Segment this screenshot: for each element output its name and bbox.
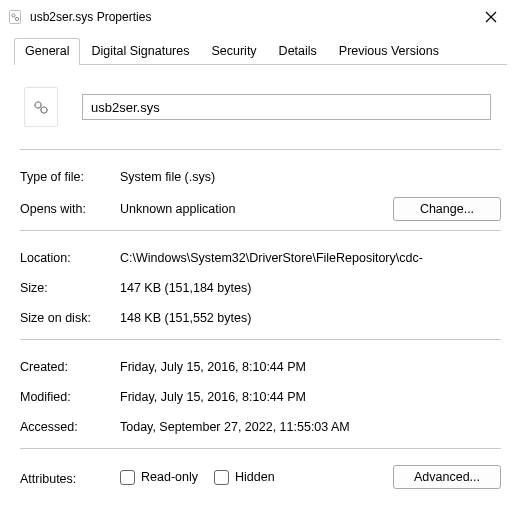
- modified-label: Modified:: [20, 390, 120, 404]
- svg-point-3: [35, 102, 41, 108]
- created-value: Friday, July 15, 2016, 8:10:44 PM: [120, 360, 501, 374]
- tab-label: Previous Versions: [339, 44, 439, 58]
- readonly-checkbox[interactable]: Read-only: [120, 470, 198, 485]
- location-value: C:\Windows\System32\DriverStore\FileRepo…: [120, 251, 501, 265]
- file-large-icon: [24, 87, 58, 127]
- tab-label: Details: [279, 44, 317, 58]
- checkbox-box: [214, 470, 229, 485]
- attributes-label: Attributes:: [20, 472, 120, 486]
- divider: [20, 339, 501, 340]
- divider: [20, 149, 501, 150]
- location-label: Location:: [20, 251, 120, 265]
- tab-digital-signatures[interactable]: Digital Signatures: [80, 38, 200, 64]
- created-label: Created:: [20, 360, 120, 374]
- size-on-disk-label: Size on disk:: [20, 311, 120, 325]
- close-button[interactable]: [471, 9, 511, 26]
- tab-previous-versions[interactable]: Previous Versions: [328, 38, 450, 64]
- accessed-value: Today, September 27, 2022, 11:55:03 AM: [120, 420, 501, 434]
- hidden-label: Hidden: [235, 470, 275, 484]
- tab-label: Digital Signatures: [91, 44, 189, 58]
- svg-rect-0: [10, 11, 21, 24]
- type-of-file-label: Type of file:: [20, 170, 120, 184]
- tab-general[interactable]: General: [14, 38, 80, 64]
- tab-label: Security: [211, 44, 256, 58]
- size-label: Size:: [20, 281, 120, 295]
- tab-content-general: Type of file: System file (.sys) Opens w…: [0, 65, 521, 497]
- checkbox-box: [120, 470, 135, 485]
- titlebar: usb2ser.sys Properties: [0, 0, 521, 32]
- modified-value: Friday, July 15, 2016, 8:10:44 PM: [120, 390, 501, 404]
- advanced-button[interactable]: Advanced...: [393, 465, 501, 489]
- accessed-label: Accessed:: [20, 420, 120, 434]
- tab-details[interactable]: Details: [268, 38, 328, 64]
- file-type-icon: [8, 9, 24, 25]
- divider: [20, 448, 501, 449]
- opens-with-value: Unknown application: [120, 202, 393, 216]
- size-on-disk-value: 148 KB (151,552 bytes): [120, 311, 501, 325]
- readonly-label: Read-only: [141, 470, 198, 484]
- window-title: usb2ser.sys Properties: [30, 10, 471, 24]
- opens-with-label: Opens with:: [20, 202, 120, 216]
- file-name-input[interactable]: [82, 94, 491, 120]
- tabstrip: General Digital Signatures Security Deta…: [0, 32, 521, 64]
- tab-security[interactable]: Security: [200, 38, 267, 64]
- svg-point-4: [41, 107, 47, 113]
- size-value: 147 KB (151,184 bytes): [120, 281, 501, 295]
- hidden-checkbox[interactable]: Hidden: [214, 470, 275, 485]
- divider: [20, 230, 501, 231]
- tab-label: General: [25, 44, 69, 58]
- change-button[interactable]: Change...: [393, 197, 501, 221]
- type-of-file-value: System file (.sys): [120, 170, 501, 184]
